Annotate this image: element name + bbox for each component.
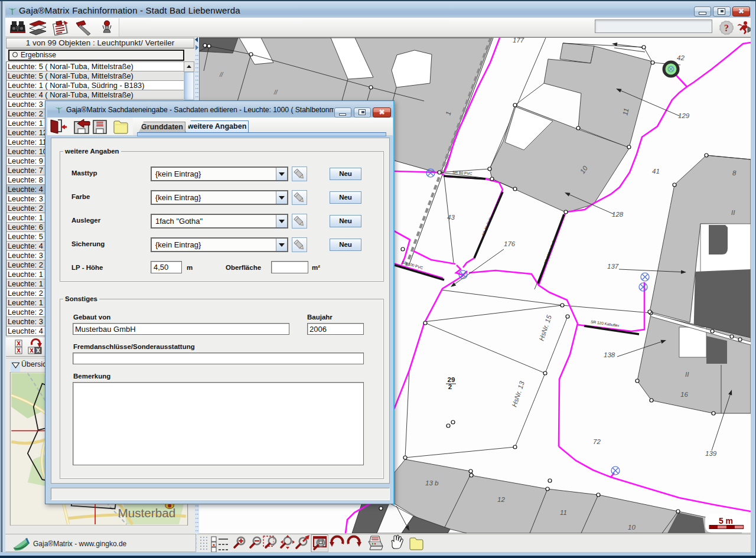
svg-text:x: x [17,346,21,354]
svg-text:10: 10 [628,524,636,531]
svg-text:129: 129 [678,112,690,119]
svg-text:41: 41 [652,168,660,175]
svg-text:11: 11 [560,509,567,516]
svg-text:II: II [685,371,689,378]
svg-text:x: x [213,542,216,547]
svg-text:11: 11 [621,107,630,116]
svg-text:16: 16 [680,391,688,398]
svg-text:138: 138 [604,351,615,358]
svg-text:II: II [731,209,735,216]
svg-text:x: x [36,346,40,354]
svg-text:13 b: 13 b [425,479,439,487]
svg-text:42: 42 [677,54,685,61]
svg-text:177: 177 [513,38,524,44]
svg-text:?: ? [724,23,729,33]
svg-text:72: 72 [593,438,601,445]
svg-text:176: 176 [504,240,516,247]
svg-text:5 m: 5 m [719,516,733,526]
svg-text:128: 128 [612,211,624,218]
svg-text:12: 12 [497,496,505,503]
svg-text:2: 2 [448,383,452,390]
svg-text:8: 8 [732,169,737,177]
svg-text:137: 137 [607,263,619,270]
svg-text:139: 139 [705,450,717,457]
svg-text:x: x [30,346,34,354]
svg-text:43: 43 [447,214,455,221]
svg-text:29: 29 [448,376,455,383]
